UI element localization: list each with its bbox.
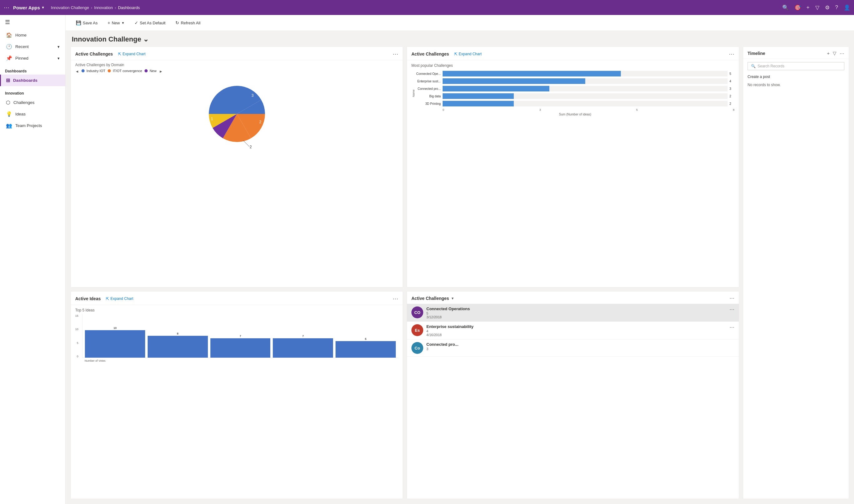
- challenges-list-item-3[interactable]: Co Connected pro... 3: [407, 340, 739, 357]
- y-axis-label-area: Name: [411, 71, 416, 116]
- pie-card-body: Active Challenges by Domain ◄ Industry I…: [71, 60, 403, 287]
- challenges-list-scroll: CO Connected Operations 5 3/12/2018 ⋯ Es: [407, 304, 739, 357]
- hbar-label-1: Connected Ope...: [416, 72, 441, 75]
- pie-segment-blue3[interactable]: [209, 86, 237, 114]
- app-logo[interactable]: Power Apps ▼: [13, 5, 45, 10]
- challenges-list-chevron-icon[interactable]: ▼: [451, 296, 455, 300]
- vbar-bar-5: [336, 341, 396, 358]
- timeline-header: Timeline + ▽ ⋯: [743, 47, 849, 59]
- vbar-bar-2: [148, 336, 208, 358]
- vbar-val-4: 7: [302, 335, 304, 338]
- save-as-button[interactable]: 💾 Save As: [72, 18, 102, 28]
- legend-prev-icon[interactable]: ◄: [75, 69, 79, 74]
- pie-card-menu-icon[interactable]: ⋯: [393, 51, 398, 57]
- pie-label-1a: 1: [218, 136, 221, 140]
- challenges-item-date-2: 4/16/2018: [426, 333, 726, 337]
- sidebar-item-team-projects[interactable]: 👥 Team Projects: [0, 120, 65, 131]
- vbar-y-axis: 15 10 5 0: [75, 314, 79, 358]
- hbar-track-2: [443, 78, 728, 84]
- ideas-bar-card-menu-icon[interactable]: ⋯: [393, 295, 398, 302]
- sidebar-item-pinned[interactable]: 📌 Pinned ▼: [0, 52, 65, 64]
- sidebar-hamburger[interactable]: ☰: [0, 15, 65, 29]
- add-icon[interactable]: +: [806, 4, 810, 11]
- vbar-bar-3: [210, 338, 271, 358]
- challenges-item-more-1[interactable]: ⋯: [729, 306, 734, 312]
- ideas-bar-card-header: Active Ideas ⇱ Expand Chart ⋯: [71, 291, 403, 305]
- settings-icon[interactable]: ⚙: [825, 4, 830, 11]
- timeline-no-records: No records to show.: [743, 80, 849, 90]
- sidebar: ☰ 🏠 Home 🕐 Recent ▼ 📌 Pinned ▼ Dashboard…: [0, 15, 66, 504]
- dashboard-title-bar: Innovation Challenge ⌄: [66, 31, 854, 47]
- bar-expand-button[interactable]: ⇱ Expand Chart: [454, 52, 482, 56]
- x-ticks: 0 3 5 8: [416, 108, 734, 111]
- user-icon[interactable]: 👤: [844, 4, 850, 11]
- new-button[interactable]: + New ▼: [104, 18, 129, 28]
- vbar-val-1: 10: [113, 326, 117, 329]
- vbar-col-2: 8: [148, 332, 208, 358]
- timeline-add-icon[interactable]: +: [827, 51, 830, 56]
- sidebar-item-challenges[interactable]: ⬡ Challenges: [0, 97, 65, 108]
- challenges-list-item-2[interactable]: Es Enterprise sustainability 4 4/16/2018…: [407, 322, 739, 340]
- hbar-track-5: [443, 101, 728, 106]
- bar-expand-icon: ⇱: [454, 52, 458, 56]
- challenges-list-item-1[interactable]: CO Connected Operations 5 3/12/2018 ⋯: [407, 304, 739, 322]
- set-default-button[interactable]: ✓ Set As Default: [130, 18, 170, 28]
- challenges-item-title-3: Connected pro...: [426, 342, 734, 347]
- filter-icon[interactable]: ▽: [815, 4, 819, 11]
- pie-expand-button[interactable]: ⇱ Expand Chart: [118, 52, 145, 56]
- sidebar-section-innovation: Innovation: [0, 86, 65, 97]
- ideas-bar-card-title: Active Ideas: [75, 296, 101, 301]
- vbar-col-3: 7: [210, 335, 271, 358]
- help-icon[interactable]: ?: [835, 4, 838, 11]
- search-icon[interactable]: 🔍: [782, 4, 789, 11]
- vbar-val-2: 8: [177, 332, 179, 335]
- refresh-icon: ↻: [175, 20, 179, 25]
- timeline-search-placeholder[interactable]: Search Records: [758, 64, 784, 68]
- breadcrumb-3[interactable]: Dashboards: [118, 5, 140, 10]
- timeline-filter-icon[interactable]: ▽: [833, 51, 837, 56]
- content-area: 💾 Save As + New ▼ ✓ Set As Default ↻ Ref…: [66, 15, 854, 504]
- breadcrumb-sep-1: ›: [91, 5, 92, 10]
- sidebar-item-home[interactable]: 🏠 Home: [0, 29, 65, 41]
- dashboard-title[interactable]: Innovation Challenge ⌄: [72, 35, 848, 43]
- sidebar-item-recent[interactable]: 🕐 Recent ▼: [0, 41, 65, 52]
- timeline-search-icon: 🔍: [751, 64, 756, 68]
- sidebar-item-dashboards[interactable]: ⊞ Dashboards: [0, 75, 65, 86]
- target-icon[interactable]: 🎯: [794, 4, 801, 11]
- timeline-search[interactable]: 🔍 Search Records: [748, 62, 844, 70]
- ideas-bar-expand-button[interactable]: ⇱ Expand Chart: [106, 296, 133, 301]
- challenges-item-date-1: 3/12/2018: [426, 315, 726, 319]
- timeline-create-post[interactable]: Create a post: [743, 73, 849, 80]
- x-axis-label: Sum (Number of ideas): [416, 113, 734, 116]
- toolbar: 💾 Save As + New ▼ ✓ Set As Default ↻ Ref…: [66, 15, 854, 31]
- app-name: Power Apps: [13, 5, 40, 10]
- timeline-actions: + ▽ ⋯: [827, 51, 844, 56]
- dashboard-grid: Active Challenges ⇱ Expand Chart ⋯ Activ…: [66, 47, 854, 504]
- pie-label-2a: 2: [259, 120, 261, 124]
- legend-next-icon[interactable]: ►: [159, 69, 163, 74]
- save-as-icon: 💾: [76, 20, 81, 25]
- sidebar-item-ideas[interactable]: 💡 Ideas: [0, 108, 65, 120]
- challenges-list-menu-icon[interactable]: ⋯: [729, 295, 734, 301]
- vbar-val-5: 6: [365, 337, 367, 341]
- legend-dot-itot: [108, 69, 111, 72]
- challenges-avatar-2: Es: [411, 324, 423, 336]
- pie-chart-container: 3 2 1 1 2: [75, 76, 398, 151]
- pinned-icon: 📌: [6, 55, 12, 61]
- hbar-track-4: [443, 93, 728, 99]
- challenges-item-content-3: Connected pro... 3: [426, 342, 734, 351]
- refresh-all-button[interactable]: ↻ Refresh All: [171, 18, 204, 28]
- breadcrumb-1[interactable]: Innovation Challenge: [51, 5, 89, 10]
- vbar-col-1: 10: [85, 326, 145, 358]
- challenges-item-more-2[interactable]: ⋯: [729, 324, 734, 330]
- bar-card-menu-icon[interactable]: ⋯: [729, 51, 734, 57]
- breadcrumb-2[interactable]: Innovation: [94, 5, 113, 10]
- pie-chart-subtitle: Active Challenges by Domain: [75, 63, 398, 67]
- timeline-menu-icon[interactable]: ⋯: [840, 51, 844, 56]
- challenges-item-title-2: Enterprise sustainability: [426, 324, 726, 329]
- challenges-item-content-2: Enterprise sustainability 4 4/16/2018: [426, 324, 726, 337]
- hbar-value-2: 4: [729, 79, 734, 83]
- waffle-icon[interactable]: ⋯: [4, 4, 10, 11]
- sidebar-item-ideas-label: Ideas: [15, 112, 25, 116]
- sidebar-item-dashboards-label: Dashboards: [13, 78, 37, 83]
